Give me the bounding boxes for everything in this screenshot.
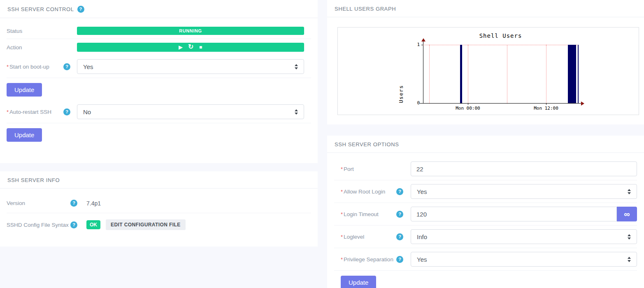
privilege-separation-select[interactable]: Yes xyxy=(411,252,637,267)
select-value: Info xyxy=(417,233,427,240)
loglevel-select[interactable]: Info xyxy=(411,229,637,244)
stop-icon[interactable]: ■ xyxy=(199,45,202,50)
chart-bar xyxy=(568,45,576,103)
version-row: Version ? 7.4p1 xyxy=(7,194,311,213)
auto-restart-row: * Auto-restart SSH ? No xyxy=(7,101,311,123)
chart-ytick-label: 0 xyxy=(412,100,420,106)
login-timeout-row: * Login Timeout ? ∞ xyxy=(334,203,637,226)
select-caret-icon xyxy=(628,189,631,194)
help-icon[interactable]: ? xyxy=(70,221,77,228)
chart-gridline-vertical xyxy=(507,45,507,103)
status-label: Status xyxy=(7,28,77,34)
help-icon[interactable]: ? xyxy=(63,63,70,70)
action-label: Action xyxy=(7,44,77,51)
card-title: SSH SERVER INFO xyxy=(7,177,60,183)
card-header: SSH SERVER CONTROL ? xyxy=(0,0,318,18)
chart-x-axis xyxy=(420,103,581,104)
start-on-boot-label: Start on boot-up xyxy=(9,64,49,70)
version-label: Version xyxy=(7,200,25,206)
chart-bar xyxy=(578,45,579,103)
chart-y-arrow-icon xyxy=(421,38,425,41)
allow-root-login-row: * Allow Root Login ? Yes xyxy=(334,180,637,203)
select-caret-icon xyxy=(295,109,298,115)
login-timeout-input[interactable] xyxy=(411,207,617,221)
select-value: Yes xyxy=(417,256,427,263)
help-icon[interactable]: ? xyxy=(63,108,70,115)
select-caret-icon xyxy=(628,257,631,262)
select-value: Yes xyxy=(83,63,93,70)
required-marker: * xyxy=(7,64,9,70)
version-value: 7.4p1 xyxy=(86,200,101,207)
port-label: Port xyxy=(344,166,354,172)
chart-xtick-mark xyxy=(546,103,546,105)
help-icon[interactable]: ? xyxy=(396,256,403,263)
sshd-config-syntax-row: SSHD Config File Syntax ? OK EDIT CONFIG… xyxy=(7,213,311,236)
select-value: Yes xyxy=(417,188,427,195)
update-button[interactable]: Update xyxy=(7,83,42,97)
restart-icon[interactable]: ↻ xyxy=(188,44,194,50)
start-on-boot-row: * Start on boot-up ? Yes xyxy=(7,55,311,78)
help-icon[interactable]: ? xyxy=(396,188,403,195)
card-title: SHELL USERS GRAPH xyxy=(335,6,396,12)
action-bar: ▶ ↻ ■ xyxy=(77,43,304,52)
loglevel-row: * Loglevel ? Info xyxy=(334,226,637,248)
allow-root-login-label: Allow Root Login xyxy=(344,189,385,195)
login-timeout-label: Login Timeout xyxy=(344,211,379,217)
edit-configuration-file-button[interactable]: EDIT CONFIGURATION FILE xyxy=(106,219,186,230)
help-icon[interactable]: ? xyxy=(70,200,77,207)
loglevel-label: Loglevel xyxy=(344,234,364,240)
help-icon[interactable]: ? xyxy=(77,6,84,13)
chart-gridline-horizontal xyxy=(423,45,578,45)
card-title: SSH SERVER CONTROL xyxy=(7,6,74,12)
select-caret-icon xyxy=(628,234,631,240)
privilege-separation-label: Privilege Separation xyxy=(344,256,393,263)
chart-gridline-vertical xyxy=(546,45,546,103)
syntax-ok-badge: OK xyxy=(86,220,100,229)
required-marker: * xyxy=(7,109,9,115)
select-value: No xyxy=(83,108,91,115)
ssh-server-control-card: SSH SERVER CONTROL ? Status RUNNING Acti… xyxy=(0,0,318,163)
shell-users-graph-card: SHELL USERS GRAPH Shell Users Users 10Mo… xyxy=(327,0,644,124)
shell-users-chart: Shell Users Users 10Mon 00:00Mon 12:00 xyxy=(337,27,639,115)
status-row: Status RUNNING xyxy=(7,23,311,39)
syntax-label: SSHD Config File Syntax xyxy=(7,222,69,228)
chart-gridline-vertical xyxy=(429,45,430,103)
ssh-server-info-card: SSH SERVER INFO Version ? 7.4p1 SSHD Con… xyxy=(0,171,318,247)
chart-plot-area: 10Mon 00:00Mon 12:00 xyxy=(423,45,578,103)
allow-root-login-select[interactable]: Yes xyxy=(411,184,637,199)
help-icon[interactable]: ? xyxy=(396,233,403,240)
card-title: SSH SERVER OPTIONS xyxy=(335,141,399,147)
chart-bar xyxy=(460,45,462,103)
privilege-separation-row: * Privilege Separation ? Yes xyxy=(334,248,637,271)
required-marker: * xyxy=(341,211,343,217)
select-caret-icon xyxy=(295,64,298,69)
auto-restart-label: Auto-restart SSH xyxy=(9,109,51,115)
required-marker: * xyxy=(341,189,343,195)
chart-title: Shell Users xyxy=(423,32,578,39)
auto-restart-select[interactable]: No xyxy=(77,104,304,119)
port-input[interactable] xyxy=(411,161,637,176)
chart-ytick-mark xyxy=(421,103,423,104)
required-marker: * xyxy=(341,234,343,240)
control-rows: Status RUNNING Action ▶ ↻ ■ * Start on b… xyxy=(0,18,318,142)
required-marker: * xyxy=(341,256,343,263)
start-on-boot-select[interactable]: Yes xyxy=(77,59,304,74)
required-marker: * xyxy=(341,166,343,172)
infinity-button[interactable]: ∞ xyxy=(617,207,637,221)
chart-y-axis-label: Users xyxy=(398,44,404,103)
play-icon[interactable]: ▶ xyxy=(179,45,183,50)
chart-xtick-mark xyxy=(468,103,468,105)
ssh-server-options-card: SSH SERVER OPTIONS * Port * Allow Root L… xyxy=(327,136,644,288)
chart-ytick-mark xyxy=(421,45,423,45)
update-button[interactable]: Update xyxy=(7,128,42,142)
chart-xtick-label: Mon 12:00 xyxy=(534,106,558,111)
help-icon[interactable]: ? xyxy=(396,211,403,218)
update-button[interactable]: Update xyxy=(341,276,376,288)
chart-xtick-label: Mon 00:00 xyxy=(456,106,480,111)
action-row: Action ▶ ↻ ■ xyxy=(7,39,311,55)
chart-gridline-vertical xyxy=(468,45,468,103)
status-badge: RUNNING xyxy=(77,27,304,35)
card-header: SSH SERVER INFO xyxy=(0,171,318,189)
card-header: SHELL USERS GRAPH xyxy=(327,0,644,17)
port-row: * Port xyxy=(334,158,637,180)
